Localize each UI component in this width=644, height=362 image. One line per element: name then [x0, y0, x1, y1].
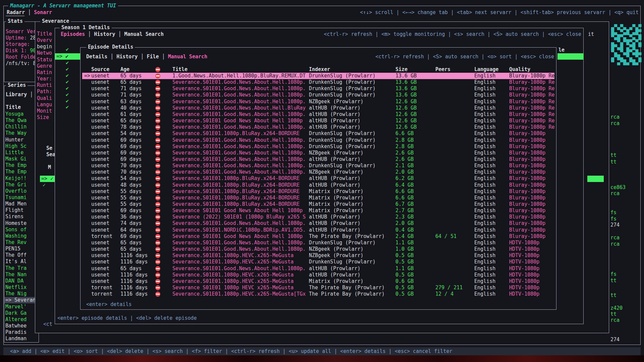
series-item[interactable]: The Emp: [5, 169, 26, 175]
series-item[interactable]: Mad Men: [5, 201, 26, 207]
series-details-title: Severance: [40, 18, 71, 24]
result-row[interactable]: usenet54 daysSeverance.S01E01.1080p.BluR…: [82, 175, 554, 182]
result-row[interactable]: usenet69 daysSeverance.S01E01.Good.News.…: [82, 150, 554, 156]
series-item[interactable]: Hunter: [5, 137, 23, 143]
series-item[interactable]: The Emp: [5, 162, 26, 169]
series-item[interactable]: PEN15: [5, 246, 20, 252]
result-row[interactable]: usenet63 daysSeverance.S01E01.Good.News.…: [82, 99, 554, 105]
result-row[interactable]: usenet61 daysSeverance.S01E01.Good.News.…: [82, 111, 554, 118]
series-item[interactable]: The Nig: [5, 291, 26, 297]
series-item[interactable]: Sirens: [5, 214, 23, 220]
result-row[interactable]: usenet36 daysSeverance (2022) S01E01 (10…: [82, 214, 554, 220]
series-item[interactable]: The Tra: [5, 265, 26, 272]
series-item[interactable]: Flight: [5, 207, 23, 214]
result-row[interactable]: usenet64 daysSeverance.S01E01.NORDiC.108…: [82, 227, 554, 233]
cell-age: 1116 days: [120, 278, 148, 285]
series-item[interactable]: Netflix: [5, 284, 26, 291]
result-row[interactable]: torrent69 daysSeverance S01E01 Good News…: [82, 233, 554, 240]
result-row[interactable]: torrent1116 daysSeverance S01E01 1080p H…: [82, 285, 554, 291]
cell-size: 2.6 GB: [395, 150, 414, 156]
episode-details-keybinds: <ctrl-r> refresh | <S> auto search | <o>…: [375, 54, 554, 60]
cell-title: Severance.S01E01.Good.News.About.Hell.10…: [172, 150, 306, 156]
tab-file[interactable]: File: [147, 54, 159, 60]
result-row[interactable]: usenet48 daysSeverance.S01E01.1080p.BluR…: [82, 182, 554, 188]
cell-language: English: [474, 240, 495, 246]
series-item-selected[interactable]: => Severan: [4, 297, 35, 303]
rejected-icon: [155, 266, 160, 271]
series-item[interactable]: Homeste: [5, 220, 26, 227]
result-row[interactable]: usenet70 daysSeverance.S01E01.Good.News.…: [82, 169, 554, 175]
series-item[interactable]: Little: [5, 149, 23, 156]
tab-sonarr[interactable]: Sonarr: [34, 9, 52, 15]
series-item[interactable]: Chillin: [5, 124, 26, 130]
series-item[interactable]: Marvel': [5, 304, 26, 310]
result-row-selected[interactable]: =>usenet65 days1.Good.News.About.Hell.10…: [82, 73, 554, 79]
series-item[interactable]: High Sc: [5, 143, 26, 149]
result-row[interactable]: usenet65 daysSeverance.S01E01.Good.News.…: [82, 240, 554, 246]
result-row[interactable]: usenet69 daysSeverance.S01E01.Good.News.…: [82, 137, 554, 143]
series-panel-tab-library[interactable]: Library │: [6, 92, 33, 98]
series-item[interactable]: It's Al: [5, 258, 26, 265]
tab-history[interactable]: History: [94, 31, 115, 37]
result-row[interactable]: usenet40 daysSeverance.S01E01.Good.News.…: [82, 105, 554, 111]
selected-season-row-left[interactable]: => ✓: [40, 176, 55, 182]
result-row[interactable]: usenet78 daysSeverance.S01E01.Good.News.…: [82, 124, 554, 130]
selected-episode-row-left[interactable]: => ✔: [55, 53, 80, 60]
series-item[interactable]: Overflo: [5, 188, 26, 194]
series-item[interactable]: The Way: [5, 130, 26, 136]
result-row[interactable]: usenet65 daysSeverance.S01E01.Good.News.…: [82, 265, 554, 272]
series-item[interactable]: Keijo!!: [5, 175, 26, 182]
result-row[interactable]: usenet71 daysSeverance.S01E01.Good.News.…: [82, 92, 554, 98]
cell-title: Severance S01E01 Good News About Hell 10…: [172, 207, 303, 214]
cell-source: usenet: [91, 124, 109, 130]
series-item[interactable]: The Qwa: [5, 117, 26, 124]
series-item[interactable]: Dark Ga: [5, 310, 26, 316]
result-row[interactable]: usenet65 daysSeverance.S01E01.Good.News.…: [82, 246, 554, 252]
result-row[interactable]: usenet55 daysSeverance.S01E01.1080p.BluR…: [82, 188, 554, 195]
tab-separator: │: [141, 54, 144, 60]
result-row[interactable]: usenet71 daysSeverance.S01E01.Good.News.…: [82, 85, 554, 92]
result-row[interactable]: usenet55 daysSeverance.S01E01.1080p.BluR…: [82, 195, 554, 201]
series-item[interactable]: Washing: [5, 233, 26, 239]
tab-manual-search[interactable]: Manual Search: [124, 31, 164, 37]
result-row[interactable]: usenet54 daysSeverance.S01E01.1080p.BluR…: [82, 130, 554, 137]
series-item[interactable]: Landman: [5, 336, 26, 342]
series-item[interactable]: The Gri: [5, 182, 26, 188]
result-row[interactable]: torrent1116 daysSeverance.S01E01.1080p.H…: [82, 291, 554, 297]
result-row[interactable]: usenet69 daysSeverance.S01E01.Good.News.…: [82, 156, 554, 163]
tab-episodes[interactable]: Episodes: [61, 31, 85, 37]
cell-quality: Bluray-1080p: [509, 156, 545, 163]
series-item[interactable]: Altered: [5, 316, 26, 323]
tab-manual-search[interactable]: Manual Search: [168, 54, 207, 60]
series-item[interactable]: Tsunami: [5, 194, 26, 201]
series-item[interactable]: The Off: [5, 252, 26, 258]
result-row[interactable]: usenet1116 daysSeverance.S01E01.1080p.HE…: [82, 259, 554, 265]
column-header-source: Source: [91, 66, 109, 73]
result-row[interactable]: usenet1116 daysSeverance.S01E01.1080p.HE…: [82, 278, 554, 285]
series-item[interactable]: Mask Gi: [5, 156, 26, 162]
cell-quality: Bluray-1080p Re: [509, 79, 554, 85]
tab-radarr[interactable]: Radarr: [7, 9, 25, 15]
result-row[interactable]: usenet55 daysSeverance.S01E01.1080p.BluR…: [82, 201, 554, 207]
result-row[interactable]: usenet69 daysSeverance S01E01 Good News …: [82, 207, 554, 214]
result-row[interactable]: usenet65 daysSeverance.S01E01 Good News …: [82, 118, 554, 124]
result-row[interactable]: usenet70 daysSeverance.S01E01.Good.News.…: [82, 163, 554, 169]
series-item[interactable]: DAN DA: [5, 278, 23, 284]
series-item[interactable]: Sons of: [5, 227, 26, 233]
tab-details[interactable]: Details: [86, 54, 107, 60]
result-row[interactable]: usenet1116 daysSeverance.S01E01.1080p.HE…: [82, 272, 554, 278]
result-row[interactable]: usenet65 daysSeverance.S01E01.Good.News.…: [82, 79, 554, 85]
series-item[interactable]: The Nan: [5, 272, 26, 278]
episode-monitored-check: ✔: [66, 60, 69, 66]
result-row[interactable]: usenet69 daysSeverance.S01E01.Good.News.…: [82, 143, 554, 150]
cell-title: Severance.S01E01.Good.News.About.Hell.10…: [172, 111, 306, 118]
series-item[interactable]: The Rev: [5, 239, 26, 246]
result-row[interactable]: usenet74 daysSeverance.S01E01.Good.News.…: [82, 220, 554, 227]
detail-field-label: Path:: [37, 88, 52, 95]
result-row[interactable]: usenet1116 daysSeverance.S01E01.1080p.HE…: [82, 252, 554, 259]
tab-history[interactable]: History: [116, 54, 138, 60]
cell-age: 65 days: [120, 118, 142, 124]
series-item[interactable]: Yosuga: [5, 111, 23, 117]
series-item[interactable]: Paradis: [5, 329, 26, 336]
series-item[interactable]: Batwhee: [5, 323, 26, 329]
